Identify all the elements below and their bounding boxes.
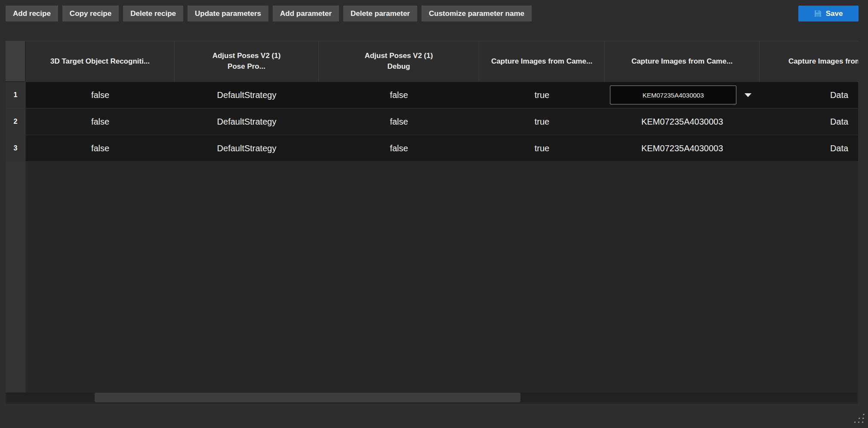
cell-data-value[interactable]: Data <box>760 109 858 135</box>
floppy-disk-icon <box>814 10 822 17</box>
cell-capture-flag[interactable]: true <box>479 109 605 135</box>
column-header-label: Debug <box>388 61 410 72</box>
add-parameter-button[interactable]: Add parameter <box>273 6 339 21</box>
cell-recognition-flag[interactable]: false <box>26 109 175 135</box>
save-button-label: Save <box>826 9 843 18</box>
column-header-row: 3D Target Object Recogniti... Adjust Pos… <box>26 41 858 82</box>
row-header-column: 1 2 3 <box>6 82 25 392</box>
column-header-adjust-poses-debug[interactable]: Adjust Poses V2 (1) Debug <box>319 41 479 82</box>
horizontal-scrollbar-thumb[interactable] <box>95 393 520 402</box>
column-header-label: Capture Images from Came... <box>788 56 858 67</box>
delete-parameter-button[interactable]: Delete parameter <box>343 6 417 21</box>
cell-data-value[interactable]: Data <box>760 82 858 108</box>
cell-data-value[interactable]: Data <box>760 135 858 161</box>
cell-pose-strategy[interactable]: DefaultStrategy <box>175 82 319 108</box>
column-header-label: 3D Target Object Recogniti... <box>50 56 150 67</box>
column-header-capture-images-3[interactable]: Capture Images from Came... <box>760 41 858 82</box>
column-header-3d-target-object-recognition[interactable]: 3D Target Object Recogniti... <box>26 41 175 82</box>
cell-debug-flag[interactable]: false <box>319 135 479 161</box>
save-button[interactable]: Save <box>798 6 859 21</box>
toolbar: Add recipe Copy recipe Delete recipe Upd… <box>6 6 532 21</box>
table-row: false DefaultStrategy false true KEM0723… <box>26 109 858 135</box>
add-recipe-button[interactable]: Add recipe <box>6 6 58 21</box>
row-header-filler <box>6 162 25 392</box>
row-header-3[interactable]: 3 <box>6 135 25 161</box>
update-parameters-button[interactable]: Update parameters <box>188 6 268 21</box>
cell-camera-id-editor <box>605 82 760 108</box>
cell-pose-strategy[interactable]: DefaultStrategy <box>175 109 319 135</box>
table-body: false DefaultStrategy false true Data fa… <box>26 82 858 162</box>
combobox-dropdown-button[interactable] <box>736 82 760 108</box>
column-header-label: Adjust Poses V2 (1) <box>212 51 281 61</box>
column-header-adjust-poses-pose-pro[interactable]: Adjust Poses V2 (1) Pose Pro... <box>175 41 319 82</box>
column-header-label: Capture Images from Came... <box>491 56 592 67</box>
window-resize-grip[interactable] <box>853 413 866 426</box>
recipe-editor-window: { "toolbar": { "buttons": [ { "label": "… <box>0 0 868 428</box>
cell-capture-flag[interactable]: true <box>479 135 605 161</box>
cell-debug-flag[interactable]: false <box>319 82 479 108</box>
column-header-capture-images-2[interactable]: Capture Images from Came... <box>605 41 760 82</box>
row-header-1[interactable]: 1 <box>6 82 25 108</box>
cell-camera-id[interactable]: KEM07235A4030003 <box>605 135 760 161</box>
table-row: false DefaultStrategy false true Data <box>26 82 858 108</box>
table-corner-cell[interactable] <box>6 41 25 82</box>
table-row: false DefaultStrategy false true KEM0723… <box>26 135 858 161</box>
cell-debug-flag[interactable]: false <box>319 109 479 135</box>
column-header-capture-images-1[interactable]: Capture Images from Came... <box>479 41 605 82</box>
copy-recipe-button[interactable]: Copy recipe <box>62 6 119 21</box>
camera-id-combobox-input[interactable] <box>610 86 736 104</box>
cell-capture-flag[interactable]: true <box>479 82 605 108</box>
cell-camera-id[interactable]: KEM07235A4030003 <box>605 109 760 135</box>
chevron-down-icon <box>745 93 751 97</box>
column-header-label: Adjust Poses V2 (1) <box>365 51 433 61</box>
cell-recognition-flag[interactable]: false <box>26 135 175 161</box>
column-header-label: Pose Pro... <box>228 61 265 72</box>
delete-recipe-button[interactable]: Delete recipe <box>123 6 183 21</box>
column-header-label: Capture Images from Came... <box>631 56 733 67</box>
cell-pose-strategy[interactable]: DefaultStrategy <box>175 135 319 161</box>
cell-recognition-flag[interactable]: false <box>26 82 175 108</box>
row-header-2[interactable]: 2 <box>6 109 25 135</box>
horizontal-scrollbar-track[interactable] <box>6 393 857 402</box>
customize-parameter-name-button[interactable]: Customize parameter name <box>422 6 532 21</box>
recipe-parameter-table: 3D Target Object Recogniti... Adjust Pos… <box>6 41 858 404</box>
